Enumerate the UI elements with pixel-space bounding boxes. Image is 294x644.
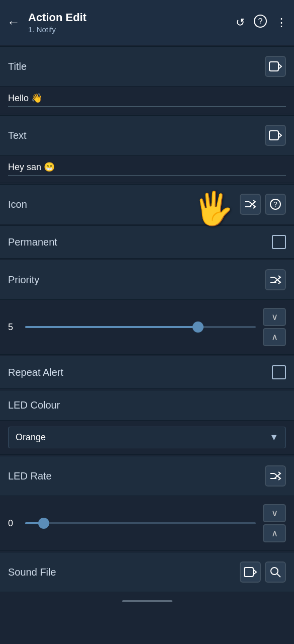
priority-value: 5	[8, 322, 18, 333]
text-input[interactable]	[8, 162, 286, 176]
svg-rect-2	[269, 62, 278, 71]
repeat-alert-label: Repeat Alert	[8, 367, 63, 378]
refresh-icon[interactable]: ↺	[236, 16, 245, 29]
header-titles: Action Edit 1. Notify	[28, 11, 236, 34]
text-label: Text	[8, 130, 27, 141]
led-colour-dropdown-area: Orange ▼	[0, 421, 294, 455]
title-input-area	[0, 87, 294, 114]
priority-slider-area: 5 ∨ ∧	[0, 300, 294, 355]
permanent-checkbox[interactable]	[272, 235, 286, 249]
svg-rect-3	[269, 131, 278, 140]
title-tag-icon[interactable]	[265, 56, 286, 77]
title-label: Title	[8, 61, 27, 72]
svg-text:?: ?	[258, 17, 263, 26]
led-colour-selected: Orange	[16, 432, 46, 443]
bottom-indicator	[122, 600, 172, 602]
led-rate-slider-track[interactable]	[25, 522, 256, 524]
sound-file-section-row: Sound File	[0, 552, 294, 592]
icon-label: Icon	[8, 199, 27, 210]
led-colour-section-row: LED Colour	[0, 390, 294, 421]
icon-shuffle-button[interactable]	[240, 194, 261, 215]
header-subtitle: 1. Notify	[28, 25, 236, 34]
header-title: Action Edit	[28, 11, 236, 24]
svg-rect-18	[244, 568, 253, 577]
priority-decrease-button[interactable]: ∨	[263, 308, 286, 326]
title-section-row: Title	[0, 46, 294, 87]
priority-stepper: ∨ ∧	[263, 308, 286, 346]
led-rate-increase-button[interactable]: ∧	[263, 524, 286, 542]
led-rate-shuffle-button[interactable]	[265, 465, 286, 487]
header-icons: ↺ ? ⋮	[236, 15, 287, 31]
priority-increase-button[interactable]: ∧	[263, 328, 286, 346]
bottom-navigation-bar	[0, 592, 294, 610]
led-rate-label: LED Rate	[8, 470, 52, 482]
hand-cursor-icon: 🖐️	[193, 190, 234, 227]
led-colour-dropdown[interactable]: Orange ▼	[8, 427, 286, 448]
svg-text:?: ?	[273, 200, 277, 208]
svg-line-20	[277, 574, 280, 577]
sound-file-tag-icon[interactable]	[240, 561, 261, 583]
sound-file-label: Sound File	[8, 567, 56, 578]
repeat-alert-section-row: Repeat Alert	[0, 356, 294, 389]
repeat-alert-checkbox[interactable]	[272, 365, 286, 379]
svg-point-19	[271, 568, 278, 575]
text-tag-icon[interactable]	[265, 125, 286, 146]
priority-slider-track[interactable]	[25, 326, 256, 328]
led-rate-section-row: LED Rate	[0, 456, 294, 496]
led-colour-label: LED Colour	[8, 399, 60, 411]
help-icon[interactable]: ?	[254, 15, 267, 31]
sound-file-buttons	[240, 561, 286, 583]
header: ← Action Edit 1. Notify ↺ ? ⋮	[0, 0, 294, 45]
icon-button-row: ?	[240, 194, 286, 215]
permanent-label: Permanent	[8, 236, 57, 248]
priority-section-row: Priority	[0, 260, 294, 300]
sound-file-search-icon[interactable]	[265, 561, 286, 583]
dropdown-arrow-icon: ▼	[269, 432, 278, 443]
led-rate-stepper: ∨ ∧	[263, 504, 286, 542]
permanent-section-row: Permanent	[0, 225, 294, 259]
priority-slider-fill	[25, 326, 198, 328]
led-rate-slider-area: 0 ∨ ∧	[0, 496, 294, 551]
text-input-area	[0, 155, 294, 183]
title-input[interactable]	[8, 93, 286, 107]
priority-shuffle-button[interactable]	[265, 269, 286, 290]
priority-label: Priority	[8, 274, 39, 286]
led-rate-slider-thumb[interactable]	[38, 518, 49, 529]
more-options-icon[interactable]: ⋮	[276, 16, 287, 29]
led-rate-value: 0	[8, 518, 18, 529]
icon-section-row: Icon 🖐️ ?	[0, 184, 294, 224]
icon-help-button[interactable]: ?	[265, 194, 286, 215]
back-button[interactable]: ←	[7, 15, 20, 30]
priority-slider-thumb[interactable]	[192, 321, 204, 333]
text-section-row: Text	[0, 115, 294, 155]
led-rate-decrease-button[interactable]: ∨	[263, 504, 286, 522]
